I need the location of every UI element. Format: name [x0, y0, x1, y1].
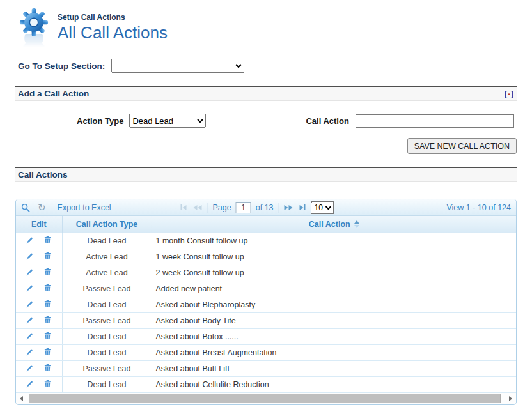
goto-setup-select[interactable] [111, 59, 244, 73]
refresh-icon[interactable]: ↻ [38, 203, 46, 212]
delete-trash-icon[interactable] [43, 364, 52, 374]
delete-trash-icon[interactable] [43, 332, 52, 342]
call-action-type-cell: Dead Lead [62, 233, 152, 249]
pager-separator [207, 203, 208, 213]
call-actions-table: Edit Call Action Type Call Action [16, 216, 516, 393]
scroll-left-arrow[interactable] [16, 393, 27, 404]
edit-pencil-icon[interactable] [26, 348, 34, 358]
page-header: Setup Call Actions All Call Actions [0, 0, 532, 55]
add-call-action-band: Add a Call Action [-] [15, 86, 517, 101]
call-action-type-cell: Dead Lead [62, 328, 152, 344]
edit-cell [16, 376, 62, 392]
table-row[interactable]: Dead Lead Asked about Cellulite Reductio… [16, 376, 516, 392]
add-call-action-form: Action Type Dead Lead Call Action [15, 113, 517, 128]
table-row[interactable]: Active Lead 2 week Consult follow up [16, 265, 516, 281]
action-type-select[interactable]: Dead Lead [129, 114, 206, 128]
edit-cell [16, 265, 62, 281]
table-row[interactable]: Passive Lead Asked about Body Tite [16, 312, 516, 328]
first-page-button[interactable] [179, 204, 187, 210]
call-action-type-cell: Passive Lead [62, 312, 152, 328]
table-row[interactable]: Dead Lead Asked about Blepharoplasty [16, 297, 516, 312]
add-call-action-title: Add a Call Action [18, 89, 89, 98]
table-row[interactable]: Dead Lead Asked about Botox ...... [16, 328, 516, 344]
call-action-type-cell: Dead Lead [62, 344, 152, 360]
delete-trash-icon[interactable] [43, 316, 52, 326]
collapse-link[interactable]: [-] [505, 89, 514, 98]
sort-icon [354, 220, 359, 228]
call-action-cell: 1 week Consult follow up [152, 249, 516, 265]
pager: Page of 13 10 [179, 201, 334, 214]
prev-page-button[interactable] [192, 205, 203, 210]
page-label: Page [212, 203, 231, 212]
call-actions-grid: ↻ Export to Excel Page of 13 10 View 1 -… [15, 199, 517, 405]
delete-trash-icon[interactable] [43, 284, 52, 294]
page-title: All Call Actions [58, 23, 168, 43]
view-range-label: View 1 - 10 of 124 [446, 203, 511, 212]
next-page-button[interactable] [283, 205, 293, 210]
call-action-cell: Asked about Blepharoplasty [152, 297, 516, 312]
horizontal-scrollbar[interactable] [16, 393, 516, 404]
call-action-type-cell: Passive Lead [62, 281, 152, 297]
call-action-cell: Asked about Butt Lift [152, 360, 516, 376]
call-action-cell: Asked about Body Tite [152, 312, 516, 328]
page-of-label: of 13 [256, 203, 274, 212]
call-action-cell: Added new patient [152, 281, 516, 297]
page-number-input[interactable] [236, 202, 251, 213]
call-action-cell: 1 month Consult follow up [152, 233, 516, 249]
goto-setup-label: Go To Setup Section: [18, 61, 105, 71]
table-row[interactable]: Passive Lead Asked about Butt Lift [16, 360, 516, 376]
collapse-close: ] [511, 89, 514, 98]
delete-trash-icon[interactable] [43, 252, 52, 262]
column-header-call-action-label: Call Action [309, 220, 350, 229]
call-action-input[interactable] [356, 114, 514, 128]
column-header-edit: Edit [16, 216, 62, 233]
table-row[interactable]: Active Lead 1 week Consult follow up [16, 249, 516, 265]
grid-toolbar: ↻ Export to Excel Page of 13 10 View 1 -… [16, 199, 516, 216]
column-header-call-action[interactable]: Call Action [152, 216, 516, 233]
call-action-type-cell: Active Lead [62, 265, 152, 281]
scroll-right-arrow[interactable] [505, 393, 516, 404]
pager-separator [278, 203, 278, 213]
export-to-excel-link[interactable]: Export to Excel [58, 203, 111, 212]
page-size-select[interactable]: 10 [311, 201, 334, 214]
edit-cell [16, 344, 62, 360]
scrollbar-thumb[interactable] [29, 394, 501, 403]
delete-trash-icon[interactable] [43, 300, 52, 310]
edit-cell [16, 297, 62, 312]
save-new-call-action-button[interactable]: SAVE NEW CALL ACTION [407, 138, 517, 154]
search-icon[interactable] [21, 203, 30, 212]
edit-pencil-icon[interactable] [26, 316, 34, 326]
column-header-call-action-type[interactable]: Call Action Type [62, 216, 152, 233]
edit-pencil-icon[interactable] [26, 332, 34, 342]
edit-cell [16, 281, 62, 297]
action-type-label: Action Type [77, 116, 123, 126]
edit-cell [16, 360, 62, 376]
edit-cell [16, 249, 62, 265]
breadcrumb: Setup Call Actions [58, 13, 168, 22]
edit-pencil-icon[interactable] [26, 284, 34, 294]
call-action-type-cell: Active Lead [62, 249, 152, 265]
edit-cell [16, 328, 62, 344]
edit-pencil-icon[interactable] [26, 252, 34, 262]
edit-pencil-icon[interactable] [26, 300, 34, 310]
edit-pencil-icon[interactable] [26, 268, 34, 278]
delete-trash-icon[interactable] [43, 348, 52, 358]
call-action-cell: Asked about Breast Augmentation [152, 344, 516, 360]
goto-setup-row: Go To Setup Section: [18, 59, 532, 73]
edit-pencil-icon[interactable] [26, 364, 34, 374]
call-action-type-cell: Passive Lead [62, 360, 152, 376]
call-actions-title: Call Actions [18, 170, 68, 180]
call-action-type-cell: Dead Lead [62, 376, 152, 392]
delete-trash-icon[interactable] [43, 236, 52, 246]
edit-pencil-icon[interactable] [26, 236, 34, 246]
table-row[interactable]: Dead Lead 1 month Consult follow up [16, 233, 516, 249]
table-row[interactable]: Dead Lead Asked about Breast Augmentatio… [16, 344, 516, 360]
delete-trash-icon[interactable] [43, 268, 52, 278]
call-action-cell: Asked about Botox ...... [152, 328, 516, 344]
call-action-label: Call Action [306, 116, 348, 126]
delete-trash-icon[interactable] [43, 380, 52, 390]
call-actions-band: Call Actions [15, 167, 517, 182]
table-row[interactable]: Passive Lead Added new patient [16, 281, 516, 297]
last-page-button[interactable] [298, 204, 306, 210]
edit-pencil-icon[interactable] [26, 380, 34, 390]
